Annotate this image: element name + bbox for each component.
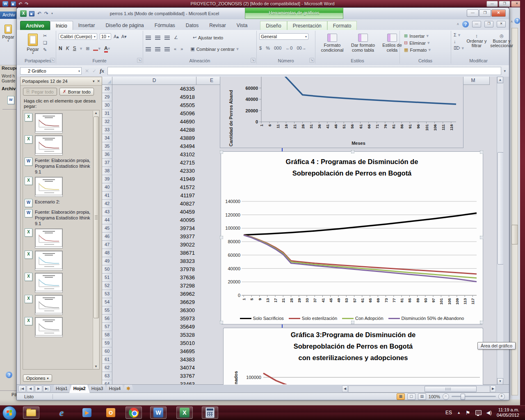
align-middle-icon[interactable] [155, 36, 160, 40]
taskbar-icon-media-player[interactable]: ▶ [79, 406, 95, 419]
word-archivo-tab[interactable]: Archiv [0, 11, 17, 19]
formula-bar-expand-icon[interactable]: ▾ [504, 69, 506, 73]
name-box[interactable]: 2 Gráfico ▾ [20, 67, 82, 75]
row-header-42[interactable]: 42 [102, 200, 112, 208]
row-header-32[interactable]: 32 [102, 118, 112, 126]
next-sheet-icon[interactable]: ▶ [35, 386, 42, 392]
clipboard-item-4[interactable]: X [25, 177, 92, 197]
thousands-icon[interactable]: 000 [274, 46, 281, 51]
word-paste-button[interactable]: Pegar ▾ [0, 19, 16, 65]
clipboard-item-8[interactable]: X [25, 251, 92, 271]
font-dialog-launcher[interactable]: ↘ [137, 58, 142, 63]
taskbar-icon-word[interactable]: W [150, 406, 167, 419]
hscroll-right-icon[interactable]: ▶ [490, 386, 496, 392]
align-left-icon[interactable] [146, 47, 151, 51]
row-header-36[interactable]: 36 [102, 151, 112, 159]
workbook-restore-button[interactable]: ❐ [484, 21, 493, 27]
clipboard-scrollbar[interactable]: ▲ ▼ [93, 111, 99, 369]
cell-d32[interactable]: 44690 [112, 118, 196, 126]
cell-d29[interactable]: 45918 [112, 93, 196, 101]
chart-selection-handle[interactable] [351, 150, 354, 153]
cell-d55[interactable]: 36300 [112, 306, 196, 315]
cell-d45[interactable]: 39734 [112, 224, 196, 233]
delete-cells-button[interactable]: ⊟ Eliminar▾ [404, 40, 431, 46]
row-header-29[interactable]: 29 [102, 93, 112, 101]
word-app-icon[interactable]: W [2, 1, 8, 7]
font-name-combo[interactable]: Calibri (Cuerpo)▾ [59, 33, 97, 40]
cell-d53[interactable]: 36962 [112, 290, 196, 298]
row-header-52[interactable]: 52 [102, 282, 112, 290]
formula-input[interactable] [107, 67, 502, 75]
word-ribbon-collapse-icon[interactable]: ˄ [511, 20, 513, 24]
cell-d38[interactable]: 42330 [112, 167, 196, 175]
taskbar-icon-explorer[interactable] [23, 406, 39, 419]
row-header-60[interactable]: 60 [102, 347, 112, 356]
word-redo-icon[interactable]: ↷ [25, 2, 28, 6]
sheet-tab-hoja1[interactable]: Hoja1 [52, 385, 72, 393]
zoom-slider-thumb[interactable] [461, 394, 465, 400]
insert-worksheet-tab[interactable]: ✱ [122, 385, 134, 393]
tab-revisar[interactable]: Revisar [204, 21, 231, 30]
clipboard-scrollbar-thumb[interactable] [94, 116, 99, 318]
font-color-icon[interactable]: A▾ [104, 46, 110, 51]
sheet-tab-hoja2[interactable]: Hoja2 [69, 385, 90, 393]
insert-function-icon[interactable]: fx [100, 68, 104, 74]
chart-selection-handle[interactable] [351, 321, 354, 324]
chart-grafica-3[interactable]: Gráfica 3:Programa de Disminución deSobr… [223, 328, 483, 385]
scroll-up-icon[interactable]: ▲ [94, 111, 98, 115]
cell-d34[interactable]: 43889 [112, 134, 196, 142]
cell-d47[interactable]: 39022 [112, 241, 196, 249]
insert-cells-button[interactable]: ⊞ Insertar▾ [404, 33, 431, 39]
prev-sheet-icon[interactable]: ◀ [27, 386, 34, 392]
cell-d46[interactable]: 39377 [112, 233, 196, 241]
tab-fórmulas[interactable]: Fórmulas [149, 21, 180, 30]
grow-font-icon[interactable]: A▴ [114, 34, 119, 39]
format-cells-button[interactable]: ▦ Formato▾ [404, 47, 431, 52]
tab-ctx-presentación[interactable]: Presentación [287, 21, 327, 30]
word-save-icon[interactable] [11, 1, 16, 7]
tab-inicio[interactable]: Inicio [50, 21, 73, 30]
clipboard-item-5[interactable]: WEscenario 2: [25, 199, 92, 207]
hscroll-left-icon[interactable]: ◀ [342, 386, 348, 392]
worksheet-vertical-scrollbar[interactable]: ▲ ▼ [497, 77, 504, 385]
cell-d41[interactable]: 41197 [112, 192, 196, 200]
chart-grafica-4[interactable]: Gráfica 4 : Programas de Disminución deS… [221, 151, 483, 324]
conditional-formatting-button[interactable]: Formato condicional [318, 32, 347, 54]
taskbar-icon-calculator[interactable] [202, 406, 218, 419]
row-header-34[interactable]: 34 [102, 134, 112, 142]
row-header-59[interactable]: 59 [102, 339, 112, 347]
cell-d44[interactable]: 40095 [112, 216, 196, 224]
chart-selection-handle[interactable] [220, 321, 223, 324]
qat-menu-icon[interactable]: ▾ [51, 12, 53, 15]
clipboard-item-10[interactable]: X [25, 295, 92, 315]
row-header-56[interactable]: 56 [102, 315, 112, 323]
cell-d54[interactable]: 36629 [112, 298, 196, 306]
taskbar-icon-chrome[interactable] [126, 406, 142, 419]
shrink-font-icon[interactable]: A▾ [121, 34, 127, 39]
row-header-38[interactable]: 38 [102, 167, 112, 175]
chart-selection-handle[interactable] [480, 236, 483, 239]
merge-center-button[interactable]: ▣ Combinar y centrar▾ [190, 46, 238, 52]
select-all-corner[interactable] [102, 77, 112, 85]
first-sheet-icon[interactable]: |◀ [18, 386, 26, 392]
autosum-icon[interactable]: Σ [454, 32, 457, 38]
row-header-55[interactable]: 55 [102, 306, 112, 315]
word-maximize-button[interactable]: ❐ [499, 1, 510, 7]
save-icon[interactable] [29, 11, 34, 16]
row-header-63[interactable]: 63 [102, 372, 112, 380]
tab-diseño-de-página[interactable]: Diseño de página [100, 21, 149, 30]
row-header-41[interactable]: 41 [102, 192, 112, 200]
find-select-button[interactable]: ◎ Buscar y seleccionar [489, 33, 514, 48]
alignment-dialog-launcher[interactable]: ↘ [251, 58, 256, 63]
workbook-minimize-button[interactable]: — [472, 21, 481, 27]
cell-d58[interactable]: 35328 [112, 331, 196, 339]
horizontal-scrollbar-thumb[interactable] [425, 386, 477, 392]
action-center-icon[interactable]: ⚑ [466, 410, 470, 416]
decrease-indent-icon[interactable]: « [174, 46, 176, 52]
word-help-icon[interactable]: ? [6, 372, 12, 378]
increase-indent-icon[interactable]: » [180, 46, 183, 52]
number-dialog-launcher[interactable]: ↘ [309, 58, 314, 63]
ribbon-collapse-icon[interactable]: ˄ [457, 22, 459, 26]
cell-d36[interactable]: 43102 [112, 151, 196, 159]
taskbar-icon-internet-explorer[interactable]: e [53, 406, 70, 419]
